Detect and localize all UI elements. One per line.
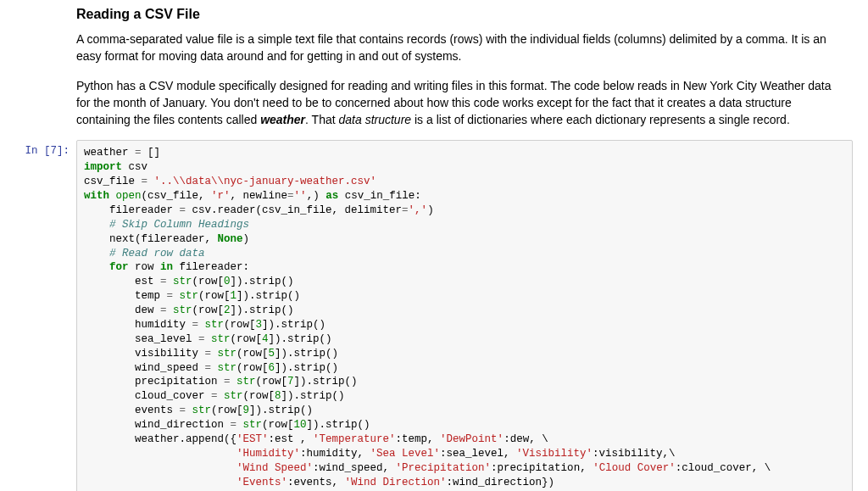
tok: cloud_cover [84,390,211,402]
tok: ]).strip() [262,319,326,331]
tok: events [84,405,180,416]
para2-b: . That [305,113,338,126]
tok: :precipitation, [491,462,593,474]
tok: = [287,190,294,202]
tok [198,319,205,331]
tok: 'Wind Direction' [345,477,447,488]
tok: 'Visibility' [516,448,593,460]
tok: 8 [275,390,281,402]
tok: str [173,304,192,316]
tok: # Read row data [84,248,205,259]
tok: = [402,204,409,216]
tok: 4 [262,333,269,345]
tok: ]).strip() [307,419,370,431]
tok: ]).strip() [231,276,294,287]
tok: (row[ [236,362,269,374]
tok: 'Events' [236,477,287,488]
tok: ) [243,233,250,245]
tok: :est , [269,433,314,445]
tok: precipitation [84,376,224,388]
tok: open [116,190,142,202]
tok: 1 [231,290,237,302]
tok: csv_file [84,176,142,187]
tok: (row[ [243,390,275,402]
tok: = [231,419,237,431]
tok [109,190,116,202]
tok [218,390,225,402]
tok: weather [84,147,135,159]
tok: 'Wind Speed' [236,462,313,474]
tok: 5 [269,348,275,360]
tok: # Skip Column Headings [84,219,249,231]
tok: 9 [243,405,250,416]
tok [84,477,236,488]
tok [236,419,243,431]
tok: ',' [409,204,428,216]
tok: weather.append({ [84,433,236,445]
tok: (row[ [192,304,225,316]
tok: str [192,405,212,416]
tok: (row[ [231,333,263,345]
tok: 6 [269,362,275,374]
tok [211,348,218,360]
tok: :events, [287,477,345,488]
tok: :wind_direction}) [447,477,555,488]
tok: temp [84,290,167,302]
tok: = [160,304,167,316]
tok: :temp, [396,433,441,445]
notebook: Reading a CSV File A comma-separated val… [0,0,868,491]
tok: (csv_file, [142,190,212,202]
tok: ) [427,204,434,216]
tok: for [109,261,129,273]
tok: dew [84,304,160,316]
tok: 'Precipitation' [396,462,492,474]
code-input-area[interactable]: weather = [] import csv csv_file = '..\\… [76,140,853,491]
tok: [] [142,147,161,159]
tok: 2 [224,304,231,316]
tok: visibility [84,348,205,360]
tok [231,376,237,388]
tok: = [167,290,174,302]
tok: str [224,390,243,402]
tok [84,261,109,273]
markdown-cell: Reading a CSV File A comma-separated val… [76,7,844,128]
para2-ds: data structure [339,113,412,126]
tok: 'Temperature' [313,433,396,445]
tok: 7 [287,376,294,388]
tok [186,405,192,416]
paragraph-1: A comma-separated value file is a simple… [76,31,844,65]
tok: (row[ [192,276,225,287]
tok: csv.reader(csv_in_file, delimiter [186,204,402,216]
tok [84,448,236,460]
tok: (row[ [236,348,269,360]
tok: ]).strip() [236,290,300,302]
tok: filereader [84,204,180,216]
tok: humidity [84,319,192,331]
tok: = [198,333,205,345]
tok: str [173,276,192,287]
tok: 'r' [211,190,231,202]
para2-weather: weather [260,113,305,126]
input-prompt: In [7]: [15,140,76,157]
tok [84,462,236,474]
tok: import [84,161,122,173]
tok: :cloud_cover, \ [676,462,771,474]
tok: str [236,376,256,388]
tok: str [205,319,225,331]
tok: (row[ [198,290,231,302]
tok: ]).strip() [275,348,338,360]
tok: ]).strip() [269,333,332,345]
tok: next(filereader, [84,233,218,245]
tok: :sea_level, [440,448,516,460]
tok: = [160,276,167,287]
tok: , newline [231,190,288,202]
tok: with [84,190,109,202]
tok: (row[ [211,405,243,416]
tok: (row[ [262,419,294,431]
tok: 'Humidity' [236,448,300,460]
tok: in [160,261,173,273]
tok: sea_level [84,333,198,345]
section-heading: Reading a CSV File [76,7,844,22]
tok: str [218,348,237,360]
paragraph-2: Python has a CSV module specifically des… [76,77,844,129]
